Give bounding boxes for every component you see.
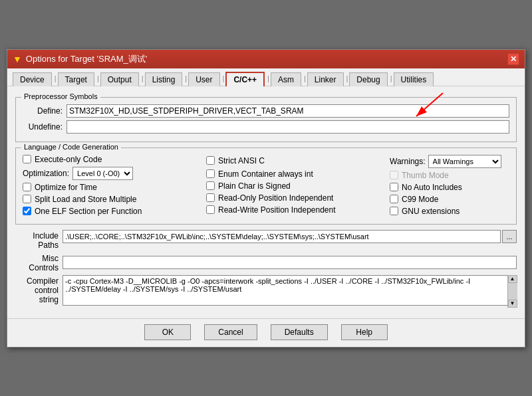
- read-write-checkbox[interactable]: [206, 205, 215, 214]
- read-only-label: Read-Only Position Independent: [218, 193, 333, 203]
- preprocessor-group-title: Preprocessor Symbols: [21, 92, 100, 100]
- scrollbar-track: [508, 283, 517, 300]
- tab-sep-7: |: [303, 72, 307, 84]
- close-button[interactable]: ✕: [507, 53, 519, 65]
- title-bar: ▼ Options for Target 'SRAM_调试' ✕: [7, 50, 525, 68]
- gnu-extensions-checkbox[interactable]: [390, 207, 398, 215]
- execute-only-checkbox[interactable]: [23, 155, 31, 163]
- plain-char-checkbox[interactable]: [206, 181, 215, 190]
- scrollbar-up-button[interactable]: ▲: [508, 275, 517, 283]
- enum-container-label: Enum Container always int: [218, 169, 313, 179]
- gnu-extensions-label: GNU extensions: [402, 207, 460, 216]
- app-icon: ▼: [13, 54, 22, 64]
- execute-only-row: Execute-only Code: [23, 155, 200, 164]
- tab-asm[interactable]: Asm: [271, 72, 301, 86]
- c99-mode-checkbox[interactable]: [390, 195, 398, 203]
- gnu-extensions-row: GNU extensions: [390, 207, 509, 216]
- tab-listing[interactable]: Listing: [145, 72, 183, 86]
- strict-ansi-label: Strict ANSI C: [218, 156, 265, 165]
- help-button[interactable]: Help: [341, 324, 388, 340]
- strict-ansi-checkbox[interactable]: [206, 156, 215, 165]
- language-group: Language / Code Generation Execute-only …: [15, 148, 517, 225]
- warnings-row: Warnings: All Warnings: [390, 155, 509, 168]
- tab-output[interactable]: Output: [100, 72, 139, 86]
- compiler-scrollbar[interactable]: ▲ ▼: [507, 275, 517, 308]
- tab-sep-3: |: [140, 72, 145, 84]
- include-paths-label: Include Paths: [15, 230, 59, 250]
- defaults-button[interactable]: Defaults: [271, 324, 328, 340]
- misc-controls-label: Misc Controls: [15, 252, 59, 272]
- tab-sep-1: |: [53, 72, 58, 84]
- tab-device[interactable]: Device: [13, 72, 52, 86]
- ok-button[interactable]: OK: [144, 324, 191, 340]
- tab-sep-8: |: [345, 72, 350, 84]
- plain-char-row: Plain Char is Signed: [206, 181, 383, 191]
- define-label: Define:: [23, 106, 63, 116]
- bottom-buttons: OK Cancel Defaults Help: [7, 318, 525, 347]
- content-area: Preprocessor Symbols Define:: [7, 86, 525, 316]
- optimization-label: Optimization:: [23, 169, 69, 178]
- tab-utilities[interactable]: Utilities: [394, 72, 434, 86]
- include-paths-input[interactable]: [63, 230, 501, 243]
- read-only-checkbox[interactable]: [206, 193, 215, 202]
- optimization-select[interactable]: Level 0 (-O0): [72, 167, 133, 180]
- misc-controls-input[interactable]: [63, 256, 517, 269]
- one-elf-label: One ELF Section per Function: [35, 207, 142, 216]
- tab-debug[interactable]: Debug: [349, 72, 387, 86]
- one-elf-checkbox[interactable]: [23, 207, 31, 215]
- thumb-mode-row: Thumb Mode: [390, 171, 509, 180]
- tab-cpp[interactable]: C/C++: [225, 72, 265, 86]
- execute-only-label: Execute-only Code: [35, 155, 102, 164]
- include-paths-row: Include Paths ...: [15, 230, 517, 250]
- thumb-mode-checkbox[interactable]: [390, 171, 398, 179]
- tab-target[interactable]: Target: [58, 72, 94, 86]
- one-elf-row: One ELF Section per Function: [23, 207, 200, 216]
- define-input[interactable]: [66, 104, 509, 118]
- thumb-mode-label: Thumb Mode: [402, 171, 449, 180]
- define-row: Define:: [23, 104, 509, 118]
- plain-char-label: Plain Char is Signed: [218, 181, 291, 191]
- enum-container-row: Enum Container always int: [206, 169, 383, 179]
- read-write-label: Read-Write Position Independent: [218, 205, 336, 215]
- split-load-label: Split Load and Store Multiple: [35, 195, 136, 204]
- tab-sep-9: |: [389, 72, 394, 84]
- no-auto-includes-checkbox[interactable]: [390, 183, 398, 191]
- undefine-row: Undefine:: [23, 120, 509, 134]
- compiler-label: Compiler control string: [15, 275, 59, 304]
- include-browse-button[interactable]: ...: [502, 230, 517, 243]
- optimize-time-row: Optimize for Time: [23, 183, 200, 192]
- main-window: ▼ Options for Target 'SRAM_调试' ✕ Device …: [7, 49, 525, 347]
- language-group-title: Language / Code Generation: [21, 143, 121, 151]
- read-only-row: Read-Only Position Independent: [206, 193, 383, 203]
- compiler-input[interactable]: -c -cpu Cortex-M3 -D__MICROLIB -g -O0 -a…: [63, 275, 517, 306]
- tab-sep-5: |: [221, 72, 226, 84]
- tabs-row: Device | Target | Output | Listing | Use…: [7, 68, 525, 86]
- optimization-row: Optimization: Level 0 (-O0): [23, 167, 200, 180]
- warnings-select[interactable]: All Warnings: [428, 155, 501, 168]
- tab-sep-6: |: [266, 72, 271, 84]
- tab-user[interactable]: User: [188, 72, 219, 86]
- enum-container-checkbox[interactable]: [206, 169, 215, 178]
- title-bar-left: ▼ Options for Target 'SRAM_调试': [13, 53, 147, 65]
- misc-controls-row: Misc Controls: [15, 252, 517, 272]
- optimize-time-label: Optimize for Time: [35, 183, 97, 192]
- split-load-checkbox[interactable]: [23, 195, 31, 203]
- lang-col-right: Warnings: All Warnings Thumb Mode No Aut…: [390, 155, 509, 219]
- preprocessor-group: Preprocessor Symbols Define:: [15, 97, 517, 142]
- tab-sep-4: |: [184, 72, 188, 84]
- tab-sep-2: |: [96, 72, 100, 84]
- window-title: Options for Target 'SRAM_调试': [26, 53, 147, 65]
- undefine-input[interactable]: [66, 120, 509, 134]
- no-auto-includes-row: No Auto Includes: [390, 183, 509, 192]
- cancel-button[interactable]: Cancel: [204, 324, 257, 340]
- lang-col-left: Execute-only Code Optimization: Level 0 …: [23, 155, 206, 219]
- compiler-row: Compiler control string -c -cpu Cortex-M…: [15, 275, 517, 308]
- scrollbar-down-button[interactable]: ▼: [508, 300, 517, 308]
- c99-mode-row: C99 Mode: [390, 195, 509, 204]
- c99-mode-label: C99 Mode: [402, 195, 438, 204]
- strict-ansi-row: Strict ANSI C: [206, 156, 383, 165]
- warnings-label: Warnings:: [390, 157, 426, 166]
- optimize-time-checkbox[interactable]: [23, 183, 31, 191]
- tab-linker[interactable]: Linker: [307, 72, 344, 86]
- read-write-row: Read-Write Position Independent: [206, 205, 383, 215]
